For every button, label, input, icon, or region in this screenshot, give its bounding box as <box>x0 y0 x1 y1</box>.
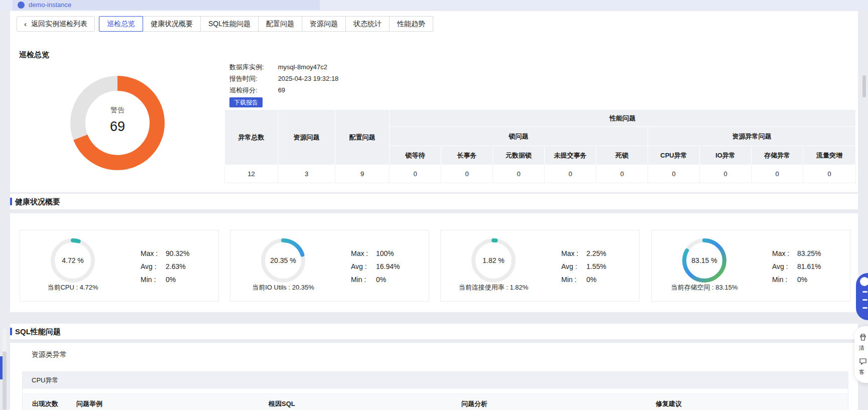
score-donut-chart: 警告 69 <box>67 73 168 173</box>
avg-value: 1.55% <box>586 262 606 270</box>
left-scrollbar-thumb[interactable] <box>3 351 7 410</box>
col-problem-analysis: 问题分析 <box>449 394 644 410</box>
cell-resource: 3 <box>278 165 335 183</box>
tab-health[interactable]: 健康状况概要 <box>143 16 201 32</box>
col-occurrences: 出现次数 <box>23 394 64 410</box>
tab-perf-trend[interactable]: 性能趋势 <box>389 16 433 32</box>
chevron-left-icon: ‹ <box>24 20 27 28</box>
health-card-io: 20.35 % Max :100% Avg :16.94% Min :0% 当前… <box>230 230 429 302</box>
col-cpu-anomaly: CPU异常 <box>648 146 700 165</box>
col-root-cause-sql: 根因SQL <box>257 394 449 410</box>
cpu-anomaly-panel: CPU异常 出现次数 问题举例 根因SQL 问题分析 修复建议 <box>22 371 848 410</box>
cell-metadata-lock: 0 <box>493 165 545 183</box>
max-label: Max : <box>141 247 163 260</box>
assistant-glyph <box>862 307 867 309</box>
health-section-header: 健康状况概要 <box>10 194 858 209</box>
overview-section-title: 巡检总览 <box>19 50 49 60</box>
io-stats: Max :100% Avg :16.94% Min :0% <box>351 247 400 286</box>
cpu-current-label: 当前CPU : 4.72% <box>28 283 118 292</box>
cpu-gauge-value: 4.72 % <box>48 256 98 264</box>
cell-total: 12 <box>225 165 278 183</box>
right-scrollbar-thumb[interactable] <box>862 75 866 97</box>
max-value: 100% <box>376 249 394 257</box>
health-card-storage: 83.15 % Max :83.25% Avg :81.61% Min :0% … <box>651 230 850 302</box>
col-io-anomaly: IO异常 <box>700 146 752 165</box>
avg-label: Avg : <box>351 260 373 273</box>
instance-label: 数据库实例: <box>229 61 276 73</box>
col-storage-anomaly: 存储异常 <box>752 146 803 165</box>
tab-group: 巡检总览 健康状况概要 SQL性能问题 配置问题 资源问题 状态统计 性能趋势 <box>99 16 433 32</box>
storage-gauge-value: 83.15 % <box>679 256 729 264</box>
col-uncommitted-transaction: 未提交事务 <box>545 146 596 165</box>
chat-bubble-icon <box>859 357 867 365</box>
avg-value: 81.61% <box>797 262 821 270</box>
min-value: 0% <box>166 276 176 284</box>
health-section-title: 健康状况概要 <box>15 194 60 209</box>
col-long-transaction: 长事务 <box>441 146 493 165</box>
cell-io-anomaly: 0 <box>700 165 752 183</box>
service-label: 客 <box>859 368 868 376</box>
cell-uncommitted-transaction: 0 <box>545 165 596 183</box>
avg-value: 16.94% <box>376 262 400 270</box>
avg-label: Avg : <box>141 260 163 273</box>
health-card-connections: 1.82 % Max :2.25% Avg :1.55% Min :0% 当前连… <box>440 230 640 302</box>
download-report-button[interactable]: 下载报告 <box>229 97 263 107</box>
tab-overview[interactable]: 巡检总览 <box>99 16 143 32</box>
avg-label: Avg : <box>772 260 794 273</box>
report-time-value: 2025-04-23 19:32:18 <box>278 75 339 82</box>
back-button-label: 返回实例巡检列表 <box>31 20 87 29</box>
clean-label: 清 <box>859 344 868 352</box>
assistant-float-button[interactable] <box>856 273 868 320</box>
left-accent-strip <box>0 356 3 379</box>
report-time-label: 报告时间: <box>229 73 276 84</box>
section-accent-bar <box>10 328 12 335</box>
col-problem-example: 问题举例 <box>64 394 257 410</box>
min-label: Min : <box>141 273 163 286</box>
sql-panel: 资源类异常 CPU异常 出现次数 问题举例 根因SQL 问题分析 修复建议 <box>10 343 858 410</box>
storage-stats: Max :83.25% Avg :81.61% Min :0% <box>772 247 821 286</box>
info-row-score: 巡检得分: 69 <box>229 84 338 96</box>
tab-config[interactable]: 配置问题 <box>258 16 302 32</box>
donut-score-value: 69 <box>67 119 168 134</box>
section-accent-bar <box>10 198 12 205</box>
info-row-instance: 数据库实例: mysql-8moy47c2 <box>229 61 338 73</box>
cell-lock-wait: 0 <box>390 165 441 183</box>
max-value: 2.25% <box>586 249 606 257</box>
score-value: 69 <box>278 86 285 94</box>
instance-value: mysql-8moy47c2 <box>278 63 327 71</box>
col-lock-wait: 锁等待 <box>390 146 441 165</box>
connections-gauge-value: 1.82 % <box>468 256 519 264</box>
tab-sql-performance[interactable]: SQL性能问题 <box>200 16 259 32</box>
clean-button[interactable]: 清 <box>859 333 868 352</box>
cell-storage-anomaly: 0 <box>752 165 803 183</box>
health-panel: 4.72 % Max :90.32% Avg :2.63% Min :0% 当前… <box>10 213 858 312</box>
min-label: Min : <box>772 273 794 286</box>
assistant-glyph <box>862 299 867 301</box>
back-button[interactable]: ‹ 返回实例巡检列表 <box>17 16 95 32</box>
col-resource-anomaly-group: 资源异常问题 <box>648 127 856 146</box>
instance-name: demo-instance <box>29 0 71 10</box>
min-value: 0% <box>797 276 807 284</box>
tab-status-stats[interactable]: 状态统计 <box>345 16 390 32</box>
cpu-stats: Max :90.32% Avg :2.63% Min :0% <box>141 247 189 286</box>
assistant-glyph <box>862 291 867 293</box>
avg-label: Avg : <box>561 260 583 273</box>
service-button[interactable]: 客 <box>859 357 868 376</box>
max-label: Max : <box>351 247 373 260</box>
min-value: 0% <box>586 276 596 284</box>
instance-tab[interactable]: demo-instance <box>13 0 320 10</box>
cell-traffic-spike: 0 <box>803 165 856 183</box>
min-label: Min : <box>561 273 583 286</box>
anomaly-summary-table: 异常总数 资源问题 配置问题 性能问题 锁问题 资源异常问题 锁等待 长事务 元… <box>224 109 856 183</box>
tab-resource[interactable]: 资源问题 <box>302 16 346 32</box>
cell-config: 9 <box>335 165 390 183</box>
info-row-time: 报告时间: 2025-04-23 19:32:18 <box>229 73 338 84</box>
cell-cpu-anomaly: 0 <box>648 165 700 183</box>
cell-long-transaction: 0 <box>441 165 493 183</box>
donut-status-label: 警告 <box>67 106 168 115</box>
max-label: Max : <box>772 247 794 260</box>
health-card-cpu: 4.72 % Max :90.32% Avg :2.63% Min :0% 当前… <box>20 230 219 302</box>
col-total-anomalies: 异常总数 <box>225 110 278 165</box>
toolbar: ‹ 返回实例巡检列表 巡检总览 健康状况概要 SQL性能问题 配置问题 资源问题… <box>17 16 433 32</box>
instance-avatar-icon <box>18 2 25 9</box>
